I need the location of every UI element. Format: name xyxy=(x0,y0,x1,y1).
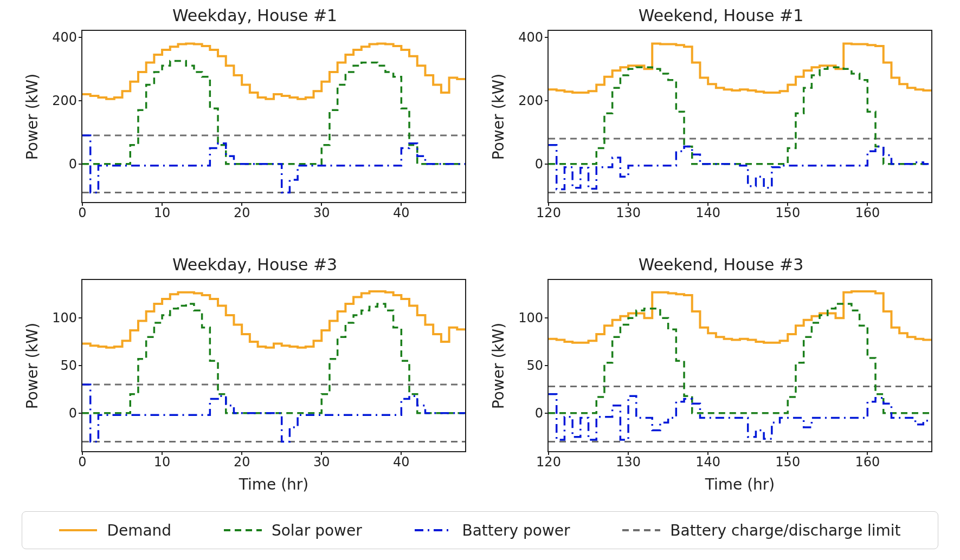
xtick-label: 150 xyxy=(775,202,800,220)
battery-line xyxy=(549,145,931,190)
demand-line xyxy=(82,291,465,348)
plot-area: 0200400120130140150160 xyxy=(547,30,932,203)
xtick-label: 0 xyxy=(78,202,86,220)
ytick-label: 0 xyxy=(69,157,82,172)
plot-area: 050100010203040 xyxy=(81,279,466,452)
ylabel: Power (kW) xyxy=(488,279,510,452)
panel-weekend-house3: Weekend, House #3050100120130140150160Po… xyxy=(504,257,938,490)
xlabel: Time (hr) xyxy=(547,476,932,493)
ytick-label: 200 xyxy=(52,93,82,108)
solar-swatch-icon xyxy=(224,528,262,533)
figure: Weekday, House #10200400010203040Power (… xyxy=(0,0,960,560)
legend-label: Battery power xyxy=(462,522,570,539)
battery-line xyxy=(549,394,931,440)
plot-svg xyxy=(82,31,465,202)
ytick-label: 0 xyxy=(535,406,549,421)
xtick-label: 20 xyxy=(234,451,250,470)
panel-weekday-house3: Weekday, House #3050100010203040Power (k… xyxy=(38,257,472,490)
panel-title: Weekend, House #1 xyxy=(504,6,938,25)
ytick-label: 400 xyxy=(52,30,82,45)
solar-line xyxy=(549,67,931,164)
plot-svg xyxy=(549,280,931,451)
subplot-grid: Weekday, House #10200400010203040Power (… xyxy=(38,8,938,490)
ytick-label: 100 xyxy=(518,310,549,325)
panel-title: Weekend, House #3 xyxy=(504,255,938,274)
panel-title: Weekday, House #1 xyxy=(38,6,472,25)
ytick-label: 0 xyxy=(535,157,549,172)
demand-line xyxy=(549,291,931,343)
battery-swatch-icon xyxy=(415,528,453,533)
ytick-label: 400 xyxy=(518,30,549,45)
xtick-label: 160 xyxy=(855,202,880,220)
demand-line xyxy=(82,43,465,99)
limit-swatch-icon xyxy=(622,528,660,533)
xtick-label: 40 xyxy=(393,451,410,470)
legend-label: Solar power xyxy=(272,522,362,539)
ytick-label: 100 xyxy=(52,310,82,325)
xtick-label: 130 xyxy=(616,451,641,470)
ylabel: Power (kW) xyxy=(488,30,510,203)
demand-swatch-icon xyxy=(59,528,97,533)
xtick-label: 40 xyxy=(393,202,410,220)
legend-item-limit: Battery charge/discharge limit xyxy=(622,522,900,539)
xtick-label: 30 xyxy=(313,202,330,220)
xtick-label: 140 xyxy=(695,202,720,220)
xtick-label: 120 xyxy=(536,202,561,220)
ylabel: Power (kW) xyxy=(22,30,43,203)
plot-svg xyxy=(549,31,931,202)
legend-item-battery: Battery power xyxy=(415,522,570,539)
xtick-label: 0 xyxy=(78,451,86,470)
plot-area: 0200400010203040 xyxy=(81,30,466,203)
ytick-label: 200 xyxy=(518,93,549,108)
legend-label: Battery charge/discharge limit xyxy=(670,522,900,539)
battery-line xyxy=(82,135,465,192)
legend: DemandSolar powerBattery powerBattery ch… xyxy=(22,511,938,549)
xtick-label: 160 xyxy=(855,451,880,470)
panel-weekday-house1: Weekday, House #10200400010203040Power (… xyxy=(38,8,472,241)
xtick-label: 20 xyxy=(234,202,250,220)
legend-label: Demand xyxy=(107,522,171,539)
xtick-label: 150 xyxy=(775,451,800,470)
battery-line xyxy=(82,385,465,441)
solar-line xyxy=(549,304,931,413)
legend-item-demand: Demand xyxy=(59,522,171,539)
panel-weekend-house1: Weekend, House #10200400120130140150160P… xyxy=(504,8,938,241)
ytick-label: 0 xyxy=(69,406,82,421)
legend-item-solar: Solar power xyxy=(224,522,362,539)
xlabel: Time (hr) xyxy=(81,476,466,493)
xtick-label: 130 xyxy=(616,202,641,220)
plot-area: 050100120130140150160 xyxy=(547,279,932,452)
solar-line xyxy=(82,61,465,164)
xtick-label: 10 xyxy=(154,202,171,220)
panel-title: Weekday, House #3 xyxy=(38,255,472,274)
xtick-label: 140 xyxy=(695,451,720,470)
ylabel: Power (kW) xyxy=(22,279,43,452)
xtick-label: 10 xyxy=(154,451,171,470)
xtick-label: 30 xyxy=(313,451,330,470)
plot-svg xyxy=(82,280,465,451)
xtick-label: 120 xyxy=(536,451,561,470)
ytick-label: 50 xyxy=(60,358,82,373)
demand-line xyxy=(549,43,931,93)
ytick-label: 50 xyxy=(526,358,549,373)
